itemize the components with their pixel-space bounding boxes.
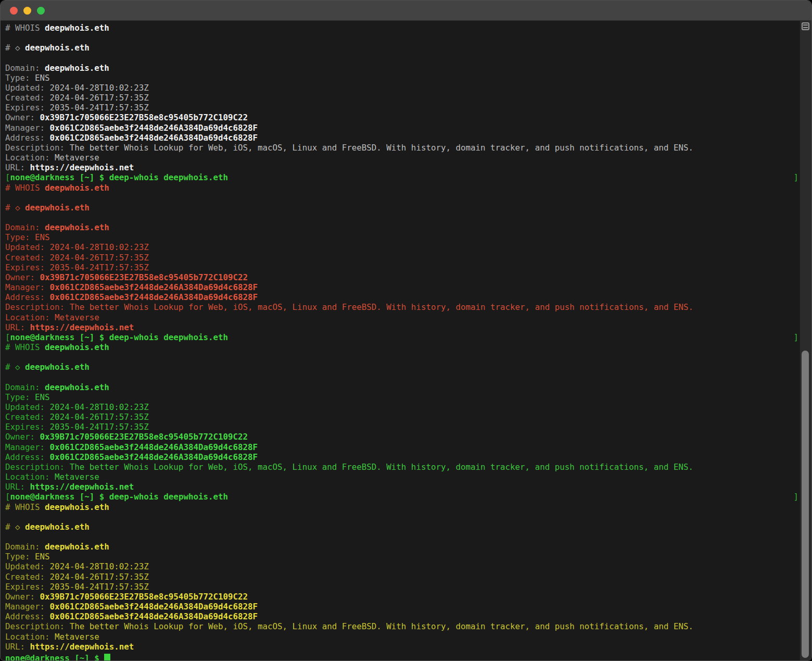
terminal-line: Type: ENS xyxy=(5,73,800,83)
field-label: Description: xyxy=(5,143,70,153)
field-value: Metaverse xyxy=(55,632,99,642)
prompt-open-bracket: [ xyxy=(5,332,10,342)
field-value: 0x39B71c705066E23E27B58e8c95405b772C109C… xyxy=(40,272,248,282)
prompt-close-bracket: ] xyxy=(793,172,798,182)
field-value: 2024-04-28T10:02:23Z xyxy=(50,83,149,93)
terminal-line: Address: 0x061C2D865aebe3f2448de246A384D… xyxy=(5,292,800,302)
field-label: Type: xyxy=(5,73,35,83)
field-value: Metaverse xyxy=(55,472,99,482)
field-value: ENS xyxy=(35,552,50,562)
field-value: The better Whois Lookup for Web, iOS, ma… xyxy=(70,143,693,153)
field-value: 0x061C2D865aebe3f2448de246A384Da69d4c682… xyxy=(50,282,258,292)
terminal-window: # WHOIS deepwhois.eth # ◇ deepwhois.eth … xyxy=(0,0,812,661)
terminal-line: Expires: 2035-04-24T17:57:35Z xyxy=(5,263,800,272)
whois-header-domain: deepwhois.eth xyxy=(45,183,109,193)
prompt-close-bracket: ] xyxy=(793,332,798,342)
traffic-lights xyxy=(10,7,45,15)
field-value: https://deepwhois.net xyxy=(30,482,134,492)
field-value: 2035-04-24T17:57:35Z xyxy=(50,422,149,432)
whois-header-domain: deepwhois.eth xyxy=(45,502,109,512)
field-label: Address: xyxy=(5,133,50,143)
field-label: Description: xyxy=(5,621,70,631)
field-value: https://deepwhois.net xyxy=(30,322,134,332)
terminal-line: Expires: 2035-04-24T17:57:35Z xyxy=(5,582,800,592)
field-value: 0x061C2D865aebe3f2448de246A384Da69d4c682… xyxy=(50,442,258,452)
field-label: Location: xyxy=(5,632,55,642)
field-value: 2024-04-26T17:57:35Z xyxy=(50,93,149,103)
whois-sub-domain: deepwhois.eth xyxy=(25,203,90,213)
field-label: Domain: xyxy=(5,542,45,552)
field-label: Updated: xyxy=(5,242,50,252)
terminal-line: Created: 2024-04-26T17:57:35Z xyxy=(5,253,800,263)
field-value: 2024-04-26T17:57:35Z xyxy=(50,412,149,422)
minimize-button[interactable] xyxy=(23,7,31,15)
field-value: https://deepwhois.net xyxy=(30,163,134,172)
field-value: 2024-04-26T17:57:35Z xyxy=(50,253,149,263)
whois-sub-domain: deepwhois.eth xyxy=(25,362,90,372)
field-value: 0x39B71c705066E23E27B58e8c95405b772C109C… xyxy=(40,113,248,122)
field-label: Created: xyxy=(5,253,50,263)
whois-header-domain: deepwhois.eth xyxy=(45,23,109,33)
terminal-line: Location: Metaverse xyxy=(5,632,800,642)
field-label: Manager: xyxy=(5,442,50,452)
whois-diamond-icon: # ◇ xyxy=(5,362,25,372)
terminal-line xyxy=(5,53,800,63)
terminal-screen[interactable]: # WHOIS deepwhois.eth # ◇ deepwhois.eth … xyxy=(1,21,800,660)
terminal-line: Location: Metaverse xyxy=(5,472,800,482)
field-value: 0x39B71c705066E23E27B58e8c95405b772C109C… xyxy=(40,432,248,442)
field-label: Updated: xyxy=(5,83,50,93)
terminal-line xyxy=(5,352,800,362)
field-label: Expires: xyxy=(5,263,50,272)
field-value: 0x061C2D865aebe3f2448de246A384Da69d4c682… xyxy=(50,292,258,302)
terminal-line xyxy=(5,213,800,222)
terminal-line: Updated: 2024-04-28T10:02:23Z xyxy=(5,402,800,412)
field-value: 2024-04-28T10:02:23Z xyxy=(50,242,149,252)
list-icon-bar xyxy=(803,24,808,26)
maximize-button[interactable] xyxy=(37,7,45,15)
field-label: Owner: xyxy=(5,592,40,602)
field-value: The better Whois Lookup for Web, iOS, ma… xyxy=(70,302,693,312)
field-label: Domain: xyxy=(5,222,45,232)
terminal-line: Owner: 0x39B71c705066E23E27B58e8c95405b7… xyxy=(5,592,800,602)
list-icon[interactable] xyxy=(802,22,809,30)
field-value: 0x061C2D865aebe3f2448de246A384Da69d4c682… xyxy=(50,612,258,621)
terminal-line: Address: 0x061C2D865aebe3f2448de246A384D… xyxy=(5,612,800,621)
terminal-line: URL: https://deepwhois.net xyxy=(5,163,800,172)
whois-header-prefix: # WHOIS xyxy=(5,23,45,33)
whois-header-prefix: # WHOIS xyxy=(5,183,45,193)
terminal-line: Manager: 0x061C2D865aebe3f2448de246A384D… xyxy=(5,442,800,452)
whois-header-prefix: # WHOIS xyxy=(5,342,45,352)
window-titlebar[interactable] xyxy=(1,1,811,21)
terminal-line: Owner: 0x39B71c705066E23E27B58e8c95405b7… xyxy=(5,113,800,122)
terminal-line: # ◇ deepwhois.eth xyxy=(5,203,800,213)
field-label: Manager: xyxy=(5,602,50,612)
terminal-line: Description: The better Whois Lookup for… xyxy=(5,462,800,472)
terminal-line: Expires: 2035-04-24T17:57:35Z xyxy=(5,103,800,113)
terminal-line: Type: ENS xyxy=(5,552,800,562)
terminal-line: Updated: 2024-04-28T10:02:23Z xyxy=(5,83,800,93)
terminal-line: # ◇ deepwhois.eth xyxy=(5,43,800,53)
terminal-line: [none@darkness [~] $ deep-whois deepwhoi… xyxy=(5,492,800,502)
field-value: 2035-04-24T17:57:35Z xyxy=(50,263,149,272)
field-label: Manager: xyxy=(5,282,50,292)
field-value: ENS xyxy=(35,73,50,83)
field-value: 0x39B71c705066E23E27B58e8c95405b772C109C… xyxy=(40,592,248,602)
field-label: Address: xyxy=(5,612,50,621)
field-label: Expires: xyxy=(5,422,50,432)
scrollbar-track[interactable] xyxy=(800,21,811,660)
field-label: Domain: xyxy=(5,382,45,392)
field-label: Location: xyxy=(5,313,55,322)
list-icon-bar xyxy=(803,27,808,28)
terminal-line: Manager: 0x061C2D865aebe3f2448de246A384D… xyxy=(5,602,800,612)
terminal-line: Owner: 0x39B71c705066E23E27B58e8c95405b7… xyxy=(5,432,800,442)
terminal-line: # ◇ deepwhois.eth xyxy=(5,362,800,372)
terminal-line: # WHOIS deepwhois.eth xyxy=(5,183,800,193)
close-button[interactable] xyxy=(10,7,18,15)
field-label: Type: xyxy=(5,232,35,242)
terminal-line: # WHOIS deepwhois.eth xyxy=(5,342,800,352)
prompt-command: deep-whois deepwhois.eth xyxy=(109,172,228,182)
field-value: Metaverse xyxy=(55,153,99,163)
terminal-line: # WHOIS deepwhois.eth xyxy=(5,23,800,33)
terminal-line: Manager: 0x061C2D865aebe3f2448de246A384D… xyxy=(5,123,800,133)
scrollbar-thumb[interactable] xyxy=(802,351,809,658)
